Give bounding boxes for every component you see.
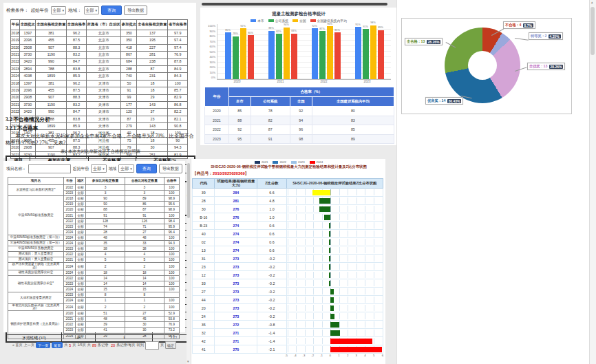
column-header: 合格率 bbox=[164, 178, 179, 185]
result-link[interactable]: 274 bbox=[233, 224, 239, 228]
y-tick-label: 50% bbox=[204, 50, 215, 54]
region-select-value: 全部 bbox=[86, 8, 94, 14]
bar-value-label: 89% bbox=[378, 26, 383, 29]
result-link[interactable]: 284 bbox=[233, 191, 239, 195]
goto-unit-label: 页 bbox=[160, 343, 164, 347]
cell: 全部 bbox=[75, 281, 85, 287]
result-link[interactable]: 271 bbox=[233, 339, 239, 343]
page-next-button[interactable]: 下一页 bbox=[36, 342, 50, 348]
scrollbar-thumb[interactable] bbox=[590, 7, 595, 55]
z-bar bbox=[330, 347, 382, 352]
legend-item[interactable]: 2024 bbox=[310, 160, 323, 164]
cell: 2096 bbox=[20, 87, 36, 94]
page-scrollbar[interactable]: ▲ bbox=[589, 0, 596, 364]
region-select[interactable]: 全部 ▾ bbox=[118, 164, 134, 173]
region-select[interactable]: 全部 ▾ bbox=[84, 6, 100, 14]
search-button[interactable]: 查询 bbox=[101, 6, 122, 15]
table-row: 23273-0.2 bbox=[193, 263, 383, 271]
bar[interactable]: 91% bbox=[363, 29, 369, 79]
legend-item[interactable]: 全国 bbox=[292, 19, 306, 23]
search-button[interactable]: 查询 bbox=[136, 164, 157, 173]
bar[interactable]: 89% bbox=[378, 30, 384, 79]
cell: 15 bbox=[125, 287, 164, 292]
result-link[interactable]: 273 bbox=[233, 257, 239, 261]
scrollbar-thumb[interactable] bbox=[187, 163, 190, 218]
cell: 全部 bbox=[75, 287, 85, 292]
result-link[interactable]: 276 bbox=[233, 207, 239, 211]
scrollbar-down-icon[interactable]: ▼ bbox=[187, 360, 189, 363]
result-link[interactable]: 274 bbox=[233, 248, 239, 253]
result-link[interactable]: 273 bbox=[233, 265, 239, 269]
result-link[interactable]: 273 bbox=[233, 281, 239, 286]
result-link[interactable]: 274 bbox=[233, 240, 239, 244]
cell: 82 bbox=[251, 116, 290, 125]
export-button[interactable]: 导出数据 bbox=[124, 6, 147, 15]
result-link[interactable]: 276 bbox=[233, 215, 239, 220]
cell: 2894 bbox=[20, 65, 36, 72]
bar[interactable]: 87% bbox=[319, 31, 326, 79]
dropdown-arrow-icon: ▾ bbox=[130, 167, 132, 171]
bar[interactable]: 82% bbox=[276, 34, 282, 79]
bar[interactable]: 96% bbox=[327, 26, 333, 79]
cell: 15 bbox=[86, 287, 125, 292]
horizontal-scrollbar-thumb[interactable] bbox=[202, 3, 387, 6]
project-name-input[interactable] bbox=[28, 164, 71, 173]
legend-item[interactable]: 公司系统 bbox=[268, 19, 288, 23]
cell: 100 bbox=[164, 185, 179, 191]
bar[interactable]: 95% bbox=[355, 27, 361, 79]
dropdown-arrow-icon: ▾ bbox=[96, 8, 98, 12]
result-link[interactable]: 273 bbox=[233, 306, 239, 310]
result-link[interactable]: 270 bbox=[233, 347, 239, 352]
cell: 71 bbox=[125, 224, 164, 229]
result-link[interactable]: 274 bbox=[233, 232, 239, 236]
legend-swatch-icon bbox=[310, 19, 316, 22]
goto-page-input[interactable] bbox=[145, 341, 159, 350]
column-header: 年份 bbox=[205, 87, 229, 107]
bar[interactable]: 83% bbox=[291, 34, 297, 79]
year-select[interactable]: 全部 ▾ bbox=[91, 164, 107, 173]
cell: 14 bbox=[86, 281, 125, 287]
cell: 76.9 bbox=[164, 322, 179, 328]
cell: 全部 bbox=[75, 240, 85, 246]
cell: 北京市 bbox=[86, 30, 121, 37]
bar[interactable]: 92% bbox=[312, 28, 318, 79]
page-last-button[interactable]: 尾页 bbox=[52, 342, 63, 348]
vertical-scrollbar[interactable]: ▼ bbox=[187, 159, 191, 364]
year-select[interactable]: 全部 ▾ bbox=[51, 6, 67, 14]
bar[interactable]: 80% bbox=[248, 35, 254, 79]
bar[interactable]: 78% bbox=[233, 36, 239, 79]
result-link[interactable]: 273 bbox=[233, 314, 239, 319]
bar[interactable]: 98% bbox=[370, 25, 376, 79]
project-name-cell: 单桩竖向抗压静载试验（北京及周边） bbox=[8, 303, 64, 311]
pie-label: 不合格 : 48.7% bbox=[503, 21, 535, 29]
sample-label: 【样品号： bbox=[193, 171, 213, 175]
legend-item[interactable]: 2022 bbox=[273, 160, 286, 164]
legend-item[interactable]: 2023 bbox=[291, 160, 305, 164]
bar[interactable]: 94% bbox=[284, 28, 290, 79]
project-name-cell: 常温40N/50标准系数测定 bbox=[8, 196, 64, 235]
bar[interactable]: 85% bbox=[225, 32, 231, 79]
bar[interactable]: 92% bbox=[240, 28, 246, 79]
result-link[interactable]: 273 bbox=[233, 290, 239, 294]
scrollbar-up-icon[interactable]: ▲ bbox=[590, 1, 593, 4]
table-header-row: 代码试验结果(整根钢绞线最大力)Z比分数SHSCJG-2020-06-钢绞线拉伸… bbox=[193, 179, 383, 189]
z-bar-cell bbox=[286, 345, 383, 354]
cell: 全部 bbox=[75, 333, 85, 339]
bar[interactable]: 88% bbox=[268, 31, 275, 79]
cell: 2024 bbox=[11, 73, 20, 80]
result-link[interactable]: 281 bbox=[233, 199, 239, 203]
confirm-button[interactable]: 确定 bbox=[165, 341, 176, 349]
column-header: 本市 bbox=[228, 97, 251, 107]
column-header: 参加批次 bbox=[121, 20, 137, 30]
cell: 100 bbox=[164, 303, 179, 311]
result-link[interactable]: 272 bbox=[233, 323, 239, 327]
result-link[interactable]: 273 bbox=[233, 298, 239, 302]
legend-item[interactable]: 2021 bbox=[255, 160, 268, 164]
result-link[interactable]: 273 bbox=[233, 273, 239, 277]
legend-item[interactable]: 本市 bbox=[251, 19, 264, 23]
bar[interactable]: 85% bbox=[334, 32, 341, 79]
page-prev-link[interactable]: 上一页 bbox=[24, 343, 35, 347]
page-first-link[interactable]: « 首页 bbox=[12, 343, 23, 347]
result-link[interactable]: 271 bbox=[233, 331, 239, 335]
export-button[interactable]: 导出数据 bbox=[159, 164, 182, 173]
